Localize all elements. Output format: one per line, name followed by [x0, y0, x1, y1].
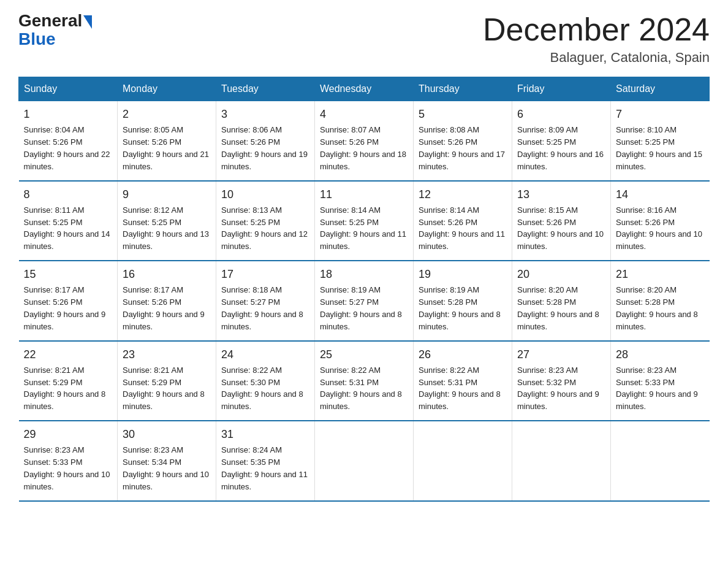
day-number: 21: [616, 266, 705, 282]
day-number: 13: [517, 186, 605, 202]
header-cell-friday: Friday: [512, 77, 611, 101]
logo-arrow-icon: [83, 15, 92, 29]
day-number: 23: [123, 347, 211, 362]
day-number: 26: [419, 347, 507, 362]
calendar-day: 21Sunrise: 8:20 AMSunset: 5:28 PMDayligh…: [611, 261, 710, 340]
day-info: Sunrise: 8:22 AMSunset: 5:31 PMDaylight:…: [320, 366, 402, 412]
calendar-week-4: 22Sunrise: 8:21 AMSunset: 5:29 PMDayligh…: [19, 341, 710, 421]
day-info: Sunrise: 8:22 AMSunset: 5:31 PMDaylight:…: [419, 366, 501, 412]
calendar-day: 29Sunrise: 8:23 AMSunset: 5:33 PMDayligh…: [19, 421, 118, 500]
day-number: 18: [320, 266, 408, 282]
calendar-day: 14Sunrise: 8:16 AMSunset: 5:26 PMDayligh…: [611, 181, 710, 261]
calendar-day: 6Sunrise: 8:09 AMSunset: 5:25 PMDaylight…: [512, 101, 611, 181]
day-number: 6: [517, 106, 605, 122]
header-cell-monday: Monday: [118, 77, 216, 101]
calendar-day: 26Sunrise: 8:22 AMSunset: 5:31 PMDayligh…: [414, 341, 512, 421]
day-info: Sunrise: 8:24 AMSunset: 5:35 PMDaylight:…: [221, 445, 308, 491]
day-info: Sunrise: 8:23 AMSunset: 5:33 PMDaylight:…: [24, 445, 110, 491]
day-info: Sunrise: 8:14 AMSunset: 5:25 PMDaylight:…: [320, 205, 406, 251]
day-number: 2: [123, 106, 211, 122]
calendar-day: [611, 421, 710, 500]
day-number: 24: [221, 347, 309, 362]
day-number: 4: [320, 106, 408, 122]
day-number: 16: [123, 266, 211, 282]
day-number: 31: [221, 426, 309, 442]
day-info: Sunrise: 8:20 AMSunset: 5:28 PMDaylight:…: [517, 285, 599, 331]
calendar-day: 13Sunrise: 8:15 AMSunset: 5:26 PMDayligh…: [512, 181, 611, 261]
day-info: Sunrise: 8:23 AMSunset: 5:32 PMDaylight:…: [517, 366, 599, 412]
calendar-day: 7Sunrise: 8:10 AMSunset: 5:25 PMDaylight…: [611, 101, 710, 181]
calendar-day: [414, 421, 512, 500]
header-cell-wednesday: Wednesday: [315, 77, 414, 101]
calendar-week-5: 29Sunrise: 8:23 AMSunset: 5:33 PMDayligh…: [19, 421, 710, 500]
calendar-day: 31Sunrise: 8:24 AMSunset: 5:35 PMDayligh…: [216, 421, 315, 500]
calendar-day: 28Sunrise: 8:23 AMSunset: 5:33 PMDayligh…: [611, 341, 710, 421]
day-number: 19: [419, 266, 507, 282]
day-number: 8: [24, 186, 113, 202]
day-info: Sunrise: 8:18 AMSunset: 5:27 PMDaylight:…: [221, 285, 303, 331]
calendar-day: 11Sunrise: 8:14 AMSunset: 5:25 PMDayligh…: [315, 181, 414, 261]
day-info: Sunrise: 8:12 AMSunset: 5:25 PMDaylight:…: [123, 205, 209, 251]
calendar-day: 8Sunrise: 8:11 AMSunset: 5:25 PMDaylight…: [19, 181, 118, 261]
day-info: Sunrise: 8:23 AMSunset: 5:34 PMDaylight:…: [123, 445, 209, 491]
header-cell-sunday: Sunday: [19, 77, 118, 101]
day-number: 28: [616, 347, 705, 362]
day-number: 5: [419, 106, 507, 122]
day-info: Sunrise: 8:09 AMSunset: 5:25 PMDaylight:…: [517, 125, 604, 171]
day-info: Sunrise: 8:22 AMSunset: 5:30 PMDaylight:…: [221, 366, 303, 412]
day-number: 15: [24, 266, 113, 282]
month-title: December 2024: [483, 12, 710, 47]
logo-general-text: General: [18, 12, 82, 29]
calendar-day: 5Sunrise: 8:08 AMSunset: 5:26 PMDaylight…: [414, 101, 512, 181]
calendar-day: [512, 421, 611, 500]
day-info: Sunrise: 8:07 AMSunset: 5:26 PMDaylight:…: [320, 125, 406, 171]
calendar-week-1: 1Sunrise: 8:04 AMSunset: 5:26 PMDaylight…: [19, 101, 710, 181]
calendar-day: 9Sunrise: 8:12 AMSunset: 5:25 PMDaylight…: [118, 181, 216, 261]
calendar-day: 22Sunrise: 8:21 AMSunset: 5:29 PMDayligh…: [19, 341, 118, 421]
day-number: 29: [24, 426, 113, 442]
calendar-day: 3Sunrise: 8:06 AMSunset: 5:26 PMDaylight…: [216, 101, 315, 181]
calendar-day: 30Sunrise: 8:23 AMSunset: 5:34 PMDayligh…: [118, 421, 216, 500]
day-info: Sunrise: 8:10 AMSunset: 5:25 PMDaylight:…: [616, 125, 702, 171]
calendar-day: [315, 421, 414, 500]
calendar-day: 1Sunrise: 8:04 AMSunset: 5:26 PMDaylight…: [19, 101, 118, 181]
day-info: Sunrise: 8:15 AMSunset: 5:26 PMDaylight:…: [517, 205, 604, 251]
day-number: 14: [616, 186, 705, 202]
calendar-day: 27Sunrise: 8:23 AMSunset: 5:32 PMDayligh…: [512, 341, 611, 421]
header-cell-thursday: Thursday: [414, 77, 512, 101]
calendar-day: 18Sunrise: 8:19 AMSunset: 5:27 PMDayligh…: [315, 261, 414, 340]
day-info: Sunrise: 8:16 AMSunset: 5:26 PMDaylight:…: [616, 205, 702, 251]
calendar-header: SundayMondayTuesdayWednesdayThursdayFrid…: [19, 77, 710, 101]
calendar-day: 12Sunrise: 8:14 AMSunset: 5:26 PMDayligh…: [414, 181, 512, 261]
day-number: 22: [24, 347, 113, 362]
day-info: Sunrise: 8:19 AMSunset: 5:28 PMDaylight:…: [419, 285, 501, 331]
calendar-week-2: 8Sunrise: 8:11 AMSunset: 5:25 PMDaylight…: [19, 181, 710, 261]
day-number: 11: [320, 186, 408, 202]
header-row: SundayMondayTuesdayWednesdayThursdayFrid…: [19, 77, 710, 101]
calendar-day: 19Sunrise: 8:19 AMSunset: 5:28 PMDayligh…: [414, 261, 512, 340]
day-info: Sunrise: 8:08 AMSunset: 5:26 PMDaylight:…: [419, 125, 505, 171]
calendar-day: 10Sunrise: 8:13 AMSunset: 5:25 PMDayligh…: [216, 181, 315, 261]
calendar-day: 15Sunrise: 8:17 AMSunset: 5:26 PMDayligh…: [19, 261, 118, 340]
logo-blue-text: Blue: [18, 29, 56, 48]
calendar-day: 20Sunrise: 8:20 AMSunset: 5:28 PMDayligh…: [512, 261, 611, 340]
calendar-day: 25Sunrise: 8:22 AMSunset: 5:31 PMDayligh…: [315, 341, 414, 421]
day-info: Sunrise: 8:13 AMSunset: 5:25 PMDaylight:…: [221, 205, 308, 251]
calendar-day: 16Sunrise: 8:17 AMSunset: 5:26 PMDayligh…: [118, 261, 216, 340]
day-info: Sunrise: 8:23 AMSunset: 5:33 PMDaylight:…: [616, 366, 698, 412]
header-cell-tuesday: Tuesday: [216, 77, 315, 101]
calendar-day: 17Sunrise: 8:18 AMSunset: 5:27 PMDayligh…: [216, 261, 315, 340]
day-info: Sunrise: 8:17 AMSunset: 5:26 PMDaylight:…: [24, 285, 106, 331]
day-number: 9: [123, 186, 211, 202]
calendar-day: 23Sunrise: 8:21 AMSunset: 5:29 PMDayligh…: [118, 341, 216, 421]
day-info: Sunrise: 8:17 AMSunset: 5:26 PMDaylight:…: [123, 285, 205, 331]
day-number: 25: [320, 347, 408, 362]
day-info: Sunrise: 8:21 AMSunset: 5:29 PMDaylight:…: [24, 366, 106, 412]
day-number: 3: [221, 106, 309, 122]
day-info: Sunrise: 8:11 AMSunset: 5:25 PMDaylight:…: [24, 205, 110, 251]
title-block: December 2024 Balaguer, Catalonia, Spain: [483, 12, 710, 66]
day-number: 27: [517, 347, 605, 362]
day-number: 1: [24, 106, 113, 122]
day-info: Sunrise: 8:20 AMSunset: 5:28 PMDaylight:…: [616, 285, 698, 331]
calendar-day: 24Sunrise: 8:22 AMSunset: 5:30 PMDayligh…: [216, 341, 315, 421]
